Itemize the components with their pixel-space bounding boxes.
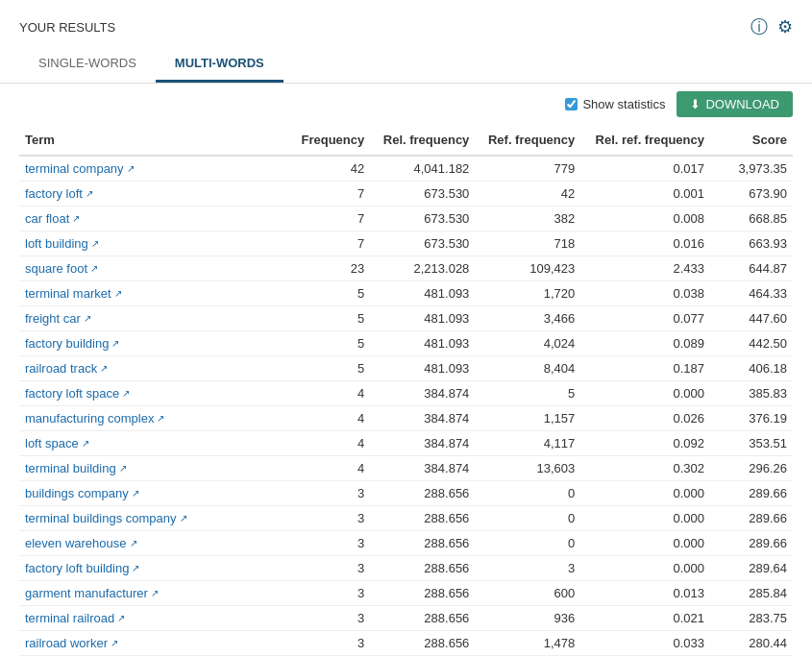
- table-row: terminal railroad ↗ 3 288.656 936 0.021 …: [19, 606, 793, 631]
- term-link[interactable]: railroad worker ↗: [25, 636, 118, 650]
- col-header-rel-ref-frequency: Rel. ref. frequency: [580, 125, 710, 156]
- cell-freq: 7: [287, 207, 370, 231]
- term-link[interactable]: freight car ↗: [25, 311, 91, 326]
- term-link[interactable]: factory loft space ↗: [25, 386, 130, 401]
- cell-score: 285.84: [710, 581, 793, 606]
- cell-score: 296.26: [710, 456, 793, 481]
- term-link[interactable]: loft building ↗: [25, 236, 99, 251]
- table-row: loft building ↗ 7 673.530 718 0.016 663.…: [19, 231, 793, 256]
- term-link[interactable]: buildings company ↗: [25, 486, 139, 500]
- term-link[interactable]: factory loft building ↗: [25, 561, 139, 575]
- cell-ref-freq: 936: [475, 606, 580, 631]
- cell-freq: 4: [287, 456, 370, 481]
- cell-freq: 23: [287, 256, 370, 281]
- cell-rel-ref-freq: 0.302: [580, 456, 710, 481]
- cell-rel-freq: 481.093: [370, 331, 475, 356]
- term-link[interactable]: factory loft ↗: [25, 186, 93, 201]
- download-button[interactable]: ⬇ DOWNLOAD: [677, 91, 793, 117]
- cell-score: 464.33: [710, 281, 793, 306]
- cell-rel-freq: 481.093: [370, 356, 475, 381]
- external-link-icon: ↗: [157, 413, 164, 424]
- cell-score: 376.19: [710, 406, 793, 431]
- info-icon[interactable]: ⓘ: [750, 15, 768, 38]
- external-link-icon: ↗: [91, 238, 99, 249]
- cell-score: 663.93: [710, 231, 793, 256]
- cell-rel-ref-freq: 0.000: [580, 481, 710, 506]
- cell-ref-freq: 8,404: [475, 356, 580, 381]
- cell-term: freight car ↗: [19, 306, 287, 331]
- cell-freq: 4: [287, 406, 370, 431]
- toolbar: Show statistics ⬇ DOWNLOAD: [0, 84, 812, 125]
- cell-rel-ref-freq: 0.038: [580, 281, 710, 306]
- cell-ref-freq: 600: [475, 581, 580, 606]
- term-link[interactable]: garment manufacturer ↗: [25, 586, 159, 600]
- term-link[interactable]: square foot ↗: [25, 261, 98, 276]
- cell-term: terminal company ↗: [19, 156, 287, 182]
- term-link[interactable]: manufacturing complex ↗: [25, 411, 164, 426]
- show-statistics-checkbox[interactable]: [565, 98, 578, 110]
- term-link[interactable]: factory building ↗: [25, 336, 119, 351]
- cell-score: 385.83: [710, 381, 793, 406]
- term-link[interactable]: railroad track ↗: [25, 361, 108, 376]
- cell-rel-ref-freq: 0.000: [580, 506, 710, 531]
- term-link[interactable]: terminal railroad ↗: [25, 611, 125, 625]
- cell-rel-freq: 288.656: [370, 631, 475, 656]
- term-link[interactable]: terminal building ↗: [25, 461, 127, 475]
- cell-freq: 3: [287, 506, 370, 531]
- cell-rel-ref-freq: 0.013: [580, 581, 710, 606]
- cell-term: factory loft building ↗: [19, 556, 287, 581]
- cell-rel-ref-freq: 0.089: [580, 331, 710, 356]
- cell-freq: 3: [287, 606, 370, 631]
- cell-freq: 4: [287, 381, 370, 406]
- term-link[interactable]: car float ↗: [25, 211, 80, 226]
- table-row: square foot ↗ 23 2,213.028 109,423 2.433…: [19, 256, 793, 281]
- cell-score: 406.18: [710, 356, 793, 381]
- term-link[interactable]: eleven warehouse ↗: [25, 536, 137, 550]
- term-link[interactable]: terminal company ↗: [25, 161, 135, 176]
- cell-term: terminal building ↗: [19, 456, 287, 481]
- cell-rel-freq: 673.530: [370, 231, 475, 256]
- table-row: garment manufacturer ↗ 3 288.656 600 0.0…: [19, 581, 793, 606]
- cell-rel-freq: 481.093: [370, 281, 475, 306]
- cell-score: 289.66: [710, 506, 793, 531]
- cell-term: eleven warehouse ↗: [19, 531, 287, 556]
- cell-rel-freq: 481.093: [370, 306, 475, 331]
- cell-score: 353.51: [710, 431, 793, 456]
- cell-freq: 7: [287, 182, 370, 207]
- external-link-icon: ↗: [111, 338, 119, 349]
- cell-ref-freq: 109,423: [475, 256, 580, 281]
- cell-ref-freq: 4,024: [475, 331, 580, 356]
- cell-rel-freq: 288.656: [370, 606, 475, 631]
- term-link[interactable]: terminal buildings company ↗: [25, 511, 187, 525]
- tab-single-words[interactable]: SINGLE-WORDS: [19, 46, 156, 83]
- table-row: eleven warehouse ↗ 3 288.656 0 0.000 289…: [19, 531, 793, 556]
- settings-icon[interactable]: ⚙: [777, 16, 793, 37]
- tab-multi-words[interactable]: MULTI-WORDS: [156, 46, 283, 83]
- page-title: YOUR RESULTS: [19, 20, 115, 35]
- cell-rel-ref-freq: 0.016: [580, 231, 710, 256]
- cell-rel-freq: 384.874: [370, 456, 475, 481]
- cell-rel-ref-freq: 0.077: [580, 306, 710, 331]
- external-link-icon: ↗: [127, 163, 135, 174]
- cell-rel-freq: 288.656: [370, 506, 475, 531]
- cell-ref-freq: 5: [475, 381, 580, 406]
- cell-term: loft space ↗: [19, 431, 287, 456]
- cell-rel-freq: 288.656: [370, 531, 475, 556]
- table-body: terminal company ↗ 42 4,041.182 779 0.01…: [19, 156, 793, 657]
- cell-freq: 3: [287, 631, 370, 656]
- external-link-icon: ↗: [86, 188, 93, 199]
- show-statistics-label[interactable]: Show statistics: [565, 97, 665, 111]
- cell-freq: 3: [287, 531, 370, 556]
- table-row: terminal market ↗ 5 481.093 1,720 0.038 …: [19, 281, 793, 306]
- external-link-icon: ↗: [111, 638, 118, 648]
- term-link[interactable]: loft space ↗: [25, 436, 89, 450]
- external-link-icon: ↗: [82, 438, 89, 449]
- cell-term: car float ↗: [19, 207, 287, 231]
- cell-rel-freq: 2,213.028: [370, 256, 475, 281]
- term-link[interactable]: terminal market ↗: [25, 286, 122, 301]
- cell-freq: 7: [287, 231, 370, 256]
- cell-term: factory building ↗: [19, 331, 287, 356]
- col-header-rel-frequency: Rel. frequency: [370, 125, 475, 156]
- cell-ref-freq: 1,157: [475, 406, 580, 431]
- cell-freq: 5: [287, 356, 370, 381]
